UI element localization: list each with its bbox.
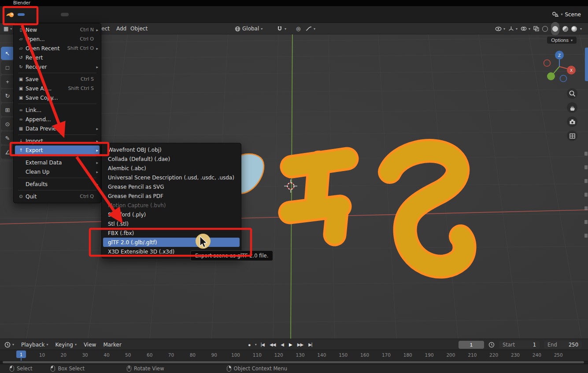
export-menu-item[interactable]: Motion Capture (.bvh) (102, 201, 241, 210)
export-menu-item[interactable]: glTF 2.0 (.glb/.gltf) (103, 238, 240, 247)
timeline-scrollbar[interactable] (3, 361, 584, 363)
export-menu-item[interactable]: FBX (.fbx) (102, 228, 241, 238)
export-menu-item[interactable]: Stanford (.ply) (102, 210, 241, 219)
xray-toggle[interactable] (533, 23, 539, 34)
file-menu-item[interactable]: ↻ Recover ▸ (14, 62, 101, 71)
play-reverse-button[interactable]: ◀ (279, 341, 285, 348)
export-menu-item[interactable]: Alembic (.abc) (102, 164, 241, 173)
sidebar-tab[interactable] (585, 48, 588, 81)
chevron-down-icon: ▾ (571, 38, 573, 42)
export-menu-item[interactable]: Grease Pencil as PDF (102, 191, 241, 201)
tool-scale-button[interactable]: ⊞ (1, 103, 14, 116)
tool-cursor-button[interactable]: □ (1, 61, 14, 74)
topbar-menu[interactable] (32, 13, 39, 16)
workspace-tab[interactable] (116, 13, 124, 16)
tool-select-box-button[interactable]: ↖ (1, 47, 14, 60)
timeline-menu[interactable]: View (84, 342, 96, 348)
file-menu-item[interactable]: ▣ Save Ctrl S ▸ (14, 75, 101, 84)
workspace-tab[interactable] (140, 13, 148, 16)
export-menu-item[interactable]: Universal Scene Description (.usd, .usdc… (102, 173, 241, 182)
timeline-ruler[interactable]: 1020304050607080901001101201301401501601… (0, 350, 588, 361)
workspace-tab[interactable] (148, 13, 156, 16)
topbar-menu[interactable] (39, 13, 46, 16)
playhead[interactable]: 1 (16, 351, 26, 358)
timeline-editor-icon[interactable]: ▾ (4, 342, 14, 348)
export-menu-item[interactable]: Wavefront OBJ (.obj) (102, 145, 241, 154)
timeline-menu[interactable]: Playback (21, 342, 48, 348)
file-menu-item[interactable]: ▱ Open... Ctrl O ▸ (14, 34, 101, 44)
frame-start-field[interactable]: Start 1 (499, 341, 540, 349)
file-menu-item[interactable]: Defaults ▸ (14, 179, 101, 189)
file-menu-item[interactable]: ↓ Import ▸ (14, 136, 101, 145)
scene-selector[interactable]: ▾ Scene (552, 11, 581, 18)
nav-gizmo[interactable]: Z X (542, 49, 577, 84)
file-menu-item[interactable]: ▣ Save As... Shift Ctrl S ▸ (14, 84, 101, 93)
workspace-tab[interactable] (124, 13, 132, 16)
tool-rotate-button[interactable]: ↻ (1, 89, 14, 102)
file-menu-item[interactable]: ↺ Revert ▸ (14, 53, 101, 62)
proportional-editing-button[interactable]: ◎ (296, 23, 300, 34)
tool-annotate-button[interactable]: ✎ (1, 131, 14, 145)
export-menu-item[interactable]: Collada (Default) (.dae) (102, 154, 241, 164)
tool-move-button[interactable]: + (1, 75, 14, 88)
visibility-dropdown[interactable]: ▾ (495, 23, 505, 34)
ruler-frame-label: 130 (289, 352, 311, 358)
shading-material-button[interactable] (562, 23, 568, 34)
file-menu-item[interactable]: ∞ Append... ▸ (14, 115, 101, 124)
pan-button[interactable] (567, 102, 577, 113)
file-menu-item[interactable]: ∞ Link... ▸ (14, 105, 101, 115)
workspace-tab[interactable] (69, 13, 77, 16)
current-frame-field[interactable]: 1 (459, 341, 484, 349)
options-dropdown[interactable]: Options ▾ (547, 37, 577, 44)
zoom-button[interactable] (567, 88, 577, 99)
shading-rendered-button[interactable] (571, 23, 577, 34)
jump-to-start-button[interactable]: |◀ (259, 341, 266, 348)
export-menu-item[interactable]: Stl (.stl) (102, 219, 241, 228)
falloff-dropdown[interactable]: ▾ (306, 23, 315, 34)
export-menu-item[interactable]: Grease Pencil as SVG (102, 182, 241, 191)
workspace-tab[interactable] (100, 13, 108, 16)
play-button[interactable]: ▶ (288, 341, 293, 348)
jump-to-end-button[interactable]: ▶| (307, 341, 313, 348)
tool-transform-button[interactable]: ⊙ (1, 117, 14, 131)
camera-view-button[interactable] (567, 116, 577, 127)
topbar-menu[interactable] (25, 13, 32, 16)
chevron-down-icon: ▾ (580, 27, 582, 31)
file-menu-item[interactable]: ↑ Export ▸ (15, 145, 100, 155)
snap-magnet-button[interactable]: ▾ (277, 23, 286, 34)
overlays-dropdown[interactable]: ▾ (521, 23, 530, 34)
workspace-tab[interactable] (77, 13, 85, 16)
topbar-menu[interactable] (18, 13, 25, 16)
workspace-tab[interactable] (85, 13, 92, 16)
workspace-tab[interactable] (92, 13, 100, 16)
file-menu-item[interactable]: ▯ New Ctrl N ▸ (14, 25, 101, 34)
workspace-tab[interactable] (108, 13, 116, 16)
timeline-menu[interactable]: Keying (55, 342, 77, 348)
timeline-header: ▾ PlaybackKeyingViewMarker ● ▾ |◀ ◀◀ ◀ ▶… (0, 339, 588, 350)
auto-key-button[interactable]: ● (247, 341, 252, 348)
prev-keyframe-button[interactable]: ◀◀ (268, 341, 277, 348)
ortho-toggle-button[interactable] (567, 131, 577, 141)
chevron-down-icon: ▾ (255, 343, 257, 347)
shading-solid-button[interactable] (552, 23, 558, 34)
next-keyframe-button[interactable]: ▶▶ (296, 341, 304, 348)
editor-type-icon[interactable]: ▦▾ (4, 23, 12, 34)
file-menu-item[interactable]: ▦ Data Previews ▸ (14, 124, 101, 133)
menu-add[interactable]: Add (116, 23, 126, 34)
file-menu-item[interactable]: Clean Up ▸ (14, 167, 101, 176)
workspace-tab[interactable] (61, 13, 69, 16)
file-menu-item[interactable]: ▣ Save Copy... ▸ (14, 93, 101, 102)
file-menu-item[interactable]: ▱ Open Recent Shift Ctrl O ▸ (14, 44, 101, 53)
topbar-menu[interactable] (46, 13, 53, 16)
workspace-tab[interactable] (132, 13, 140, 16)
file-menu-item[interactable]: ⊙ Quit Ctrl Q ▸ (14, 192, 101, 201)
shading-wireframe-button[interactable] (542, 23, 548, 34)
grid-icon (569, 132, 576, 140)
frame-end-field[interactable]: End 250 (544, 341, 582, 349)
file-menu-item[interactable]: External Data ▸ (14, 158, 101, 167)
menu-object[interactable]: Object (130, 23, 148, 34)
gizmos-dropdown[interactable]: ▾ (508, 23, 518, 34)
orientation-dropdown[interactable]: Global ▾ (235, 23, 263, 34)
tool-measure-button[interactable]: ∠ (1, 145, 14, 159)
timeline-menu[interactable]: Marker (103, 342, 121, 348)
